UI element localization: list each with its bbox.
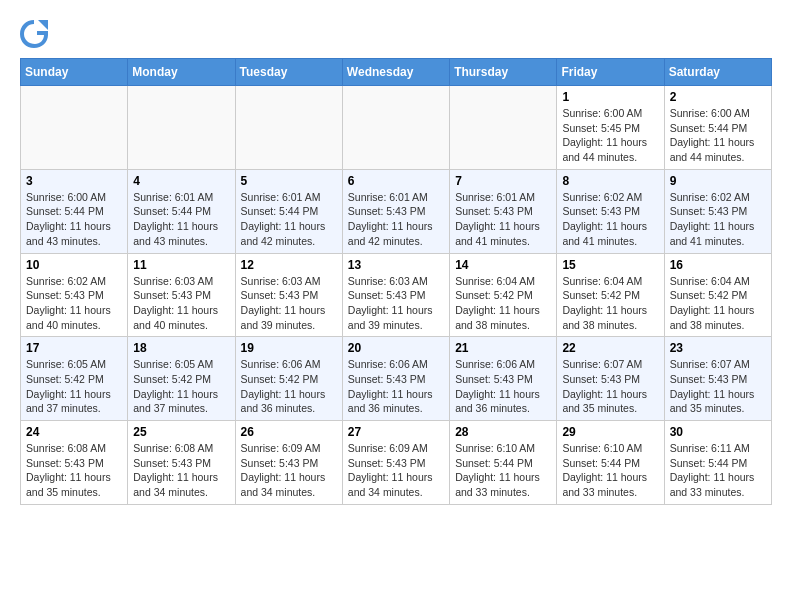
day-number: 25 bbox=[133, 425, 229, 439]
calendar-cell: 4Sunrise: 6:01 AM Sunset: 5:44 PM Daylig… bbox=[128, 169, 235, 253]
day-number: 7 bbox=[455, 174, 551, 188]
calendar-cell: 19Sunrise: 6:06 AM Sunset: 5:42 PM Dayli… bbox=[235, 337, 342, 421]
calendar-cell: 13Sunrise: 6:03 AM Sunset: 5:43 PM Dayli… bbox=[342, 253, 449, 337]
day-number: 14 bbox=[455, 258, 551, 272]
day-number: 15 bbox=[562, 258, 658, 272]
calendar-cell: 15Sunrise: 6:04 AM Sunset: 5:42 PM Dayli… bbox=[557, 253, 664, 337]
weekday-header: Monday bbox=[128, 59, 235, 86]
day-number: 30 bbox=[670, 425, 766, 439]
calendar-cell: 26Sunrise: 6:09 AM Sunset: 5:43 PM Dayli… bbox=[235, 421, 342, 505]
day-number: 11 bbox=[133, 258, 229, 272]
day-info: Sunrise: 6:10 AM Sunset: 5:44 PM Dayligh… bbox=[455, 441, 551, 500]
day-number: 22 bbox=[562, 341, 658, 355]
day-info: Sunrise: 6:09 AM Sunset: 5:43 PM Dayligh… bbox=[241, 441, 337, 500]
day-info: Sunrise: 6:06 AM Sunset: 5:43 PM Dayligh… bbox=[455, 357, 551, 416]
day-number: 3 bbox=[26, 174, 122, 188]
calendar-week-row: 24Sunrise: 6:08 AM Sunset: 5:43 PM Dayli… bbox=[21, 421, 772, 505]
calendar-cell: 25Sunrise: 6:08 AM Sunset: 5:43 PM Dayli… bbox=[128, 421, 235, 505]
calendar-cell: 23Sunrise: 6:07 AM Sunset: 5:43 PM Dayli… bbox=[664, 337, 771, 421]
day-number: 16 bbox=[670, 258, 766, 272]
calendar-cell: 28Sunrise: 6:10 AM Sunset: 5:44 PM Dayli… bbox=[450, 421, 557, 505]
day-info: Sunrise: 6:01 AM Sunset: 5:44 PM Dayligh… bbox=[241, 190, 337, 249]
day-info: Sunrise: 6:04 AM Sunset: 5:42 PM Dayligh… bbox=[455, 274, 551, 333]
calendar-cell bbox=[450, 86, 557, 170]
day-number: 2 bbox=[670, 90, 766, 104]
day-number: 9 bbox=[670, 174, 766, 188]
calendar-cell: 2Sunrise: 6:00 AM Sunset: 5:44 PM Daylig… bbox=[664, 86, 771, 170]
calendar-cell: 29Sunrise: 6:10 AM Sunset: 5:44 PM Dayli… bbox=[557, 421, 664, 505]
day-info: Sunrise: 6:07 AM Sunset: 5:43 PM Dayligh… bbox=[562, 357, 658, 416]
calendar-cell: 30Sunrise: 6:11 AM Sunset: 5:44 PM Dayli… bbox=[664, 421, 771, 505]
page-header bbox=[20, 20, 772, 48]
day-number: 27 bbox=[348, 425, 444, 439]
calendar-cell: 12Sunrise: 6:03 AM Sunset: 5:43 PM Dayli… bbox=[235, 253, 342, 337]
day-info: Sunrise: 6:03 AM Sunset: 5:43 PM Dayligh… bbox=[133, 274, 229, 333]
day-info: Sunrise: 6:03 AM Sunset: 5:43 PM Dayligh… bbox=[241, 274, 337, 333]
calendar-cell: 18Sunrise: 6:05 AM Sunset: 5:42 PM Dayli… bbox=[128, 337, 235, 421]
calendar-week-row: 1Sunrise: 6:00 AM Sunset: 5:45 PM Daylig… bbox=[21, 86, 772, 170]
calendar-cell: 5Sunrise: 6:01 AM Sunset: 5:44 PM Daylig… bbox=[235, 169, 342, 253]
calendar-cell: 3Sunrise: 6:00 AM Sunset: 5:44 PM Daylig… bbox=[21, 169, 128, 253]
day-info: Sunrise: 6:01 AM Sunset: 5:43 PM Dayligh… bbox=[455, 190, 551, 249]
day-number: 26 bbox=[241, 425, 337, 439]
calendar-cell: 16Sunrise: 6:04 AM Sunset: 5:42 PM Dayli… bbox=[664, 253, 771, 337]
calendar-cell bbox=[235, 86, 342, 170]
calendar-table: SundayMondayTuesdayWednesdayThursdayFrid… bbox=[20, 58, 772, 505]
day-info: Sunrise: 6:05 AM Sunset: 5:42 PM Dayligh… bbox=[26, 357, 122, 416]
weekday-header: Wednesday bbox=[342, 59, 449, 86]
calendar-week-row: 3Sunrise: 6:00 AM Sunset: 5:44 PM Daylig… bbox=[21, 169, 772, 253]
calendar-header-row: SundayMondayTuesdayWednesdayThursdayFrid… bbox=[21, 59, 772, 86]
weekday-header: Saturday bbox=[664, 59, 771, 86]
day-info: Sunrise: 6:02 AM Sunset: 5:43 PM Dayligh… bbox=[670, 190, 766, 249]
calendar-cell: 20Sunrise: 6:06 AM Sunset: 5:43 PM Dayli… bbox=[342, 337, 449, 421]
day-info: Sunrise: 6:07 AM Sunset: 5:43 PM Dayligh… bbox=[670, 357, 766, 416]
calendar-cell: 17Sunrise: 6:05 AM Sunset: 5:42 PM Dayli… bbox=[21, 337, 128, 421]
day-number: 18 bbox=[133, 341, 229, 355]
day-info: Sunrise: 6:05 AM Sunset: 5:42 PM Dayligh… bbox=[133, 357, 229, 416]
day-number: 23 bbox=[670, 341, 766, 355]
logo-icon bbox=[20, 20, 48, 48]
day-number: 10 bbox=[26, 258, 122, 272]
weekday-header: Sunday bbox=[21, 59, 128, 86]
day-number: 6 bbox=[348, 174, 444, 188]
day-info: Sunrise: 6:04 AM Sunset: 5:42 PM Dayligh… bbox=[670, 274, 766, 333]
day-number: 17 bbox=[26, 341, 122, 355]
calendar-week-row: 17Sunrise: 6:05 AM Sunset: 5:42 PM Dayli… bbox=[21, 337, 772, 421]
day-info: Sunrise: 6:00 AM Sunset: 5:45 PM Dayligh… bbox=[562, 106, 658, 165]
calendar-cell: 8Sunrise: 6:02 AM Sunset: 5:43 PM Daylig… bbox=[557, 169, 664, 253]
day-info: Sunrise: 6:10 AM Sunset: 5:44 PM Dayligh… bbox=[562, 441, 658, 500]
day-info: Sunrise: 6:03 AM Sunset: 5:43 PM Dayligh… bbox=[348, 274, 444, 333]
calendar-cell: 22Sunrise: 6:07 AM Sunset: 5:43 PM Dayli… bbox=[557, 337, 664, 421]
day-number: 4 bbox=[133, 174, 229, 188]
calendar-cell bbox=[21, 86, 128, 170]
calendar-cell: 21Sunrise: 6:06 AM Sunset: 5:43 PM Dayli… bbox=[450, 337, 557, 421]
day-number: 29 bbox=[562, 425, 658, 439]
day-info: Sunrise: 6:08 AM Sunset: 5:43 PM Dayligh… bbox=[133, 441, 229, 500]
day-number: 1 bbox=[562, 90, 658, 104]
logo bbox=[20, 20, 52, 48]
day-info: Sunrise: 6:02 AM Sunset: 5:43 PM Dayligh… bbox=[562, 190, 658, 249]
day-info: Sunrise: 6:06 AM Sunset: 5:42 PM Dayligh… bbox=[241, 357, 337, 416]
calendar-cell: 10Sunrise: 6:02 AM Sunset: 5:43 PM Dayli… bbox=[21, 253, 128, 337]
day-info: Sunrise: 6:08 AM Sunset: 5:43 PM Dayligh… bbox=[26, 441, 122, 500]
calendar-cell: 24Sunrise: 6:08 AM Sunset: 5:43 PM Dayli… bbox=[21, 421, 128, 505]
calendar-cell: 11Sunrise: 6:03 AM Sunset: 5:43 PM Dayli… bbox=[128, 253, 235, 337]
calendar-cell: 1Sunrise: 6:00 AM Sunset: 5:45 PM Daylig… bbox=[557, 86, 664, 170]
day-number: 20 bbox=[348, 341, 444, 355]
day-number: 12 bbox=[241, 258, 337, 272]
day-number: 28 bbox=[455, 425, 551, 439]
day-number: 8 bbox=[562, 174, 658, 188]
day-info: Sunrise: 6:01 AM Sunset: 5:44 PM Dayligh… bbox=[133, 190, 229, 249]
day-info: Sunrise: 6:09 AM Sunset: 5:43 PM Dayligh… bbox=[348, 441, 444, 500]
day-info: Sunrise: 6:00 AM Sunset: 5:44 PM Dayligh… bbox=[26, 190, 122, 249]
calendar-cell bbox=[128, 86, 235, 170]
weekday-header: Thursday bbox=[450, 59, 557, 86]
calendar-cell bbox=[342, 86, 449, 170]
calendar-cell: 6Sunrise: 6:01 AM Sunset: 5:43 PM Daylig… bbox=[342, 169, 449, 253]
day-info: Sunrise: 6:02 AM Sunset: 5:43 PM Dayligh… bbox=[26, 274, 122, 333]
day-info: Sunrise: 6:06 AM Sunset: 5:43 PM Dayligh… bbox=[348, 357, 444, 416]
day-info: Sunrise: 6:11 AM Sunset: 5:44 PM Dayligh… bbox=[670, 441, 766, 500]
day-info: Sunrise: 6:01 AM Sunset: 5:43 PM Dayligh… bbox=[348, 190, 444, 249]
day-number: 13 bbox=[348, 258, 444, 272]
calendar-cell: 7Sunrise: 6:01 AM Sunset: 5:43 PM Daylig… bbox=[450, 169, 557, 253]
